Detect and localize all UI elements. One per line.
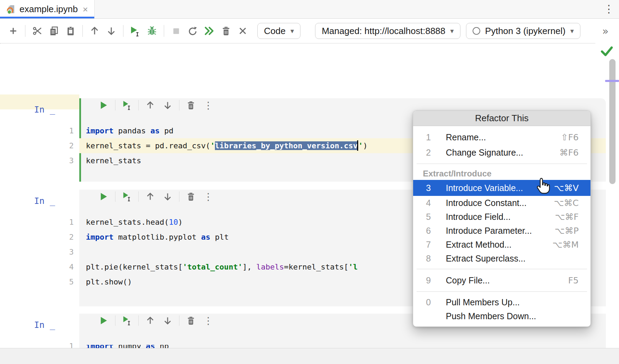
move-cell-up-button[interactable] [86, 23, 103, 39]
move-cell-down-button[interactable] [159, 316, 176, 325]
add-cell-button[interactable] [5, 23, 22, 39]
popup-title: Refactor This [413, 111, 590, 126]
move-cell-up-button[interactable] [142, 192, 159, 201]
next-cell-edge[interactable] [79, 337, 606, 345]
run-cell-button[interactable] [95, 100, 112, 110]
menu-item-mnemonic: 2 [423, 148, 434, 158]
trash-icon [221, 26, 231, 36]
cell-execution-label: In _ [34, 196, 55, 206]
move-cell-down-button[interactable] [159, 192, 176, 201]
cell-options-icon[interactable]: ⋮ [200, 315, 217, 326]
debug-cell-button[interactable] [144, 23, 160, 39]
menu-item-mnemonic: 4 [423, 198, 434, 208]
delete-cell-button[interactable] [182, 316, 200, 325]
arrow-down-icon [163, 100, 172, 110]
jupyter-server-dropdown[interactable]: Managed: http://localhost:8888 ▾ [315, 23, 460, 39]
menu-item-extract-superclass[interactable]: 8Extract Superclass... [413, 251, 590, 265]
menu-item-label: Change Signature... [446, 148, 560, 158]
delete-cell-button[interactable] [218, 23, 234, 39]
menu-item-shortcut: ⌘F6 [560, 148, 579, 158]
menu-item-pull-members-up[interactable]: 0Pull Members Up... [413, 295, 590, 309]
menu-item-mnemonic: 1 [423, 132, 434, 142]
notebook-toolbar: Code ▾ Managed: http://localhost:8888 ▾ … [0, 19, 619, 43]
run-all-cells-button[interactable] [201, 23, 218, 39]
cell-toolbar-separator [115, 315, 115, 326]
line-number-gutter: 123 [28, 123, 74, 168]
move-cell-down-button[interactable] [103, 23, 120, 39]
arrow-down-icon [163, 316, 172, 325]
stop-kernel-button[interactable] [168, 23, 184, 39]
run-all-icon [204, 26, 215, 36]
line-number: 3 [28, 245, 74, 259]
menu-item-push-members-down[interactable]: Push Members Down... [413, 309, 590, 323]
scrollbar-selection-mark [605, 80, 619, 82]
menu-separator [417, 164, 587, 164]
more-options-icon[interactable]: ⋮ [604, 3, 614, 15]
delete-cell-button[interactable] [182, 192, 200, 201]
delete-cell-button[interactable] [182, 100, 200, 110]
menu-item-introduce-parameter[interactable]: 6Introduce Parameter...⌥⌘P [413, 224, 590, 238]
menu-item-mnemonic: 0 [423, 297, 434, 307]
line-number: 4 [28, 259, 74, 274]
cell-options-icon[interactable]: ⋮ [200, 100, 217, 111]
line-number-gutter: 12345 [28, 215, 74, 289]
cut-button[interactable] [29, 23, 46, 39]
menu-item-introduce-constant[interactable]: 4Introduce Constant...⌥⌘C [413, 196, 590, 210]
menu-item-label: Rename... [446, 132, 561, 142]
menu-item-copy-file[interactable]: 9Copy File...F5 [413, 273, 590, 288]
menu-item-extract-method[interactable]: 7Extract Method...⌥⌘M [413, 238, 590, 251]
arrow-up-icon [145, 192, 155, 201]
move-cell-up-button[interactable] [142, 316, 159, 325]
menu-item-label: Introduce Constant... [446, 198, 554, 208]
close-icon [238, 26, 248, 36]
code-token: kernel_stats = pd.read_csv( [86, 141, 210, 150]
menu-item-label: Introduce Parameter... [446, 226, 555, 236]
cell-type-dropdown[interactable]: Code ▾ [257, 23, 300, 39]
inspections-ok-check-icon[interactable] [600, 45, 613, 57]
copy-button[interactable] [46, 23, 62, 39]
move-cell-up-button[interactable] [142, 100, 159, 110]
run-and-select-below-button[interactable] [118, 100, 136, 110]
toolbar-separator [25, 25, 25, 37]
editor-scrollbar[interactable] [609, 59, 616, 184]
tab-title: example.ipynb [19, 4, 78, 15]
run-and-cursor-icon [121, 100, 132, 110]
menu-item-label: Pull Members Up... [446, 297, 579, 307]
run-and-select-below-button[interactable] [118, 191, 136, 202]
run-and-select-below-button[interactable] [118, 315, 136, 326]
clear-outputs-button[interactable] [234, 23, 251, 39]
code-token: =kernel_stats[ [284, 263, 348, 271]
move-cell-down-button[interactable] [159, 100, 176, 110]
tab-example-ipynb[interactable]: example.ipynb × [0, 0, 95, 18]
paste-button[interactable] [62, 23, 79, 39]
scissors-icon [32, 26, 42, 36]
line-number: 1 [28, 215, 74, 230]
code-token: import [86, 233, 113, 241]
notebook-file-icon [6, 5, 15, 14]
menu-item-introduce-variable[interactable]: 3Introduce Variable...⌥⌘V [413, 180, 590, 196]
ide-window: { "tab_bar": { "tab_title": "example.ipy… [0, 0, 619, 364]
toolbar-overflow-icon[interactable]: » [602, 25, 609, 37]
menu-item-shortcut: F5 [568, 275, 579, 286]
code-token: 'total_count' [183, 263, 242, 271]
run-cell-button[interactable] [127, 23, 144, 39]
menu-separator [417, 269, 587, 269]
trash-icon [186, 192, 196, 201]
code-token: ' [358, 141, 363, 150]
tab-close-icon[interactable]: × [83, 5, 88, 14]
menu-item-label: Introduce Field... [446, 212, 555, 222]
menu-item-introduce-field[interactable]: 5Introduce Field...⌥⌘F [413, 210, 590, 224]
menu-item-change-signature[interactable]: 2Change Signature...⌘F6 [413, 145, 590, 160]
menu-item-rename[interactable]: 1Rename...⇧F6 [413, 130, 590, 145]
menu-item-shortcut: ⌥⌘M [553, 240, 579, 250]
toolbar-separator [123, 25, 123, 37]
kernel-dropdown[interactable]: Python 3 (ipykernel) ▾ [466, 23, 580, 39]
restart-kernel-button[interactable] [184, 23, 201, 39]
run-cell-button[interactable] [95, 192, 112, 201]
cell-options-icon[interactable]: ⋮ [200, 191, 217, 202]
code-token: plt.show() [86, 278, 132, 286]
run-cell-icon [129, 25, 141, 36]
cell-toolbar-separator [138, 100, 139, 110]
run-cell-button[interactable] [95, 316, 112, 325]
run-icon [99, 192, 108, 201]
